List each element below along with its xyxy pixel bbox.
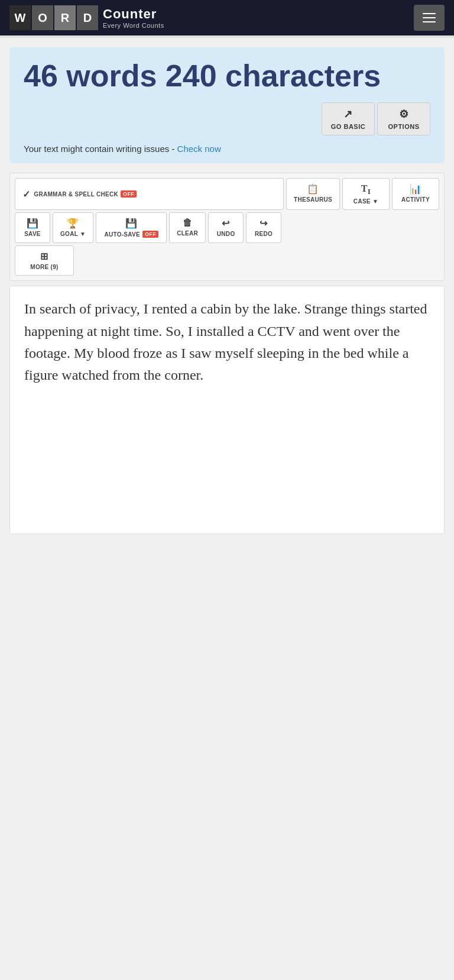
thesaurus-label: THESAURUS [294,196,332,203]
options-icon: ⚙ [399,108,409,121]
options-label: OPTIONS [388,123,419,130]
auto-save-label: AUTO-SAVE [104,231,140,238]
auto-save-icon: 💾 [125,218,137,229]
logo-tagline: Every Word Counts [103,22,164,29]
auto-save-badge: OFF [142,231,158,238]
header: W O R D Counter Every Word Counts [0,0,454,35]
text-content[interactable]: In search of privacy, I rented a cabin b… [24,298,430,386]
activity-label: ACTIVITY [401,196,430,203]
check-now-link[interactable]: Check now [177,144,221,154]
grammar-spell-badge: OFF [121,190,137,198]
save-label: SAVE [24,231,41,237]
header-divider [0,35,454,38]
redo-label: REDO [255,231,273,237]
logo-w: W [9,5,31,30]
goal-icon: 🏆 [67,218,79,229]
save-icon: 💾 [27,218,38,229]
auto-save-button[interactable]: 💾 AUTO-SAVE OFF [96,212,167,243]
thesaurus-icon: 📋 [307,183,319,195]
toolbar-row-2: 💾 SAVE 🏆 GOAL ▼ 💾 AUTO-SAVE OFF 🗑 CLEAR … [15,212,439,243]
logo-letters: W O R D [9,5,98,30]
more-label: MORE (9) [30,264,58,270]
logo-text: Counter Every Word Counts [103,7,164,29]
undo-icon: ↩ [222,218,229,229]
auto-save-label-row: AUTO-SAVE OFF [104,231,158,238]
save-button[interactable]: 💾 SAVE [15,212,50,243]
logo-o: O [32,5,53,30]
undo-button[interactable]: ↩ UNDO [208,212,244,243]
case-label: CASE ▼ [354,198,378,205]
redo-button[interactable]: ↪ REDO [246,212,281,243]
go-basic-button[interactable]: ↗ GO BASIC [322,102,375,135]
clear-label: CLEAR [177,230,198,237]
go-basic-label: GO BASIC [331,123,365,130]
more-icon: ⊞ [40,251,48,262]
toolbar-row-1: ✓ GRAMMAR & SPELL CHECK OFF 📋 THESAURUS … [15,178,439,210]
logo-r: R [54,5,76,30]
go-basic-icon: ↗ [343,108,353,121]
goal-button[interactable]: 🏆 GOAL ▼ [53,212,93,243]
grammar-spell-label: GRAMMAR & SPELL CHECK [34,191,118,198]
stats-count: 46 words 240 characters [24,59,430,93]
hamburger-line-2 [423,17,436,18]
grammar-spell-button[interactable]: ✓ GRAMMAR & SPELL CHECK OFF [15,178,284,210]
hamburger-button[interactable] [414,5,445,31]
stats-actions: ↗ GO BASIC ⚙ OPTIONS [24,102,430,135]
hamburger-line-3 [423,21,436,22]
logo: W O R D Counter Every Word Counts [9,5,164,30]
goal-label: GOAL ▼ [60,231,86,237]
activity-button[interactable]: 📊 ACTIVITY [392,178,439,210]
writing-issues-label: Your text might contain writing issues - [24,144,177,154]
grammar-spell-label-row: GRAMMAR & SPELL CHECK OFF [34,190,137,198]
thesaurus-button[interactable]: 📋 THESAURUS [286,178,340,210]
toolbar-row-3: ⊞ MORE (9) [15,245,439,276]
text-area-container[interactable]: In search of privacy, I rented a cabin b… [9,286,445,534]
undo-label: UNDO [217,231,235,237]
toolbar: ✓ GRAMMAR & SPELL CHECK OFF 📋 THESAURUS … [9,173,445,281]
logo-counter-label: Counter [103,7,164,22]
redo-icon: ↪ [260,218,267,229]
stats-panel: 46 words 240 characters ↗ GO BASIC ⚙ OPT… [9,47,445,163]
case-icon: TI [361,183,371,196]
grammar-spell-icon: ✓ [22,189,30,200]
clear-icon: 🗑 [183,218,192,228]
writing-issues-text: Your text might contain writing issues -… [24,144,430,154]
more-button[interactable]: ⊞ MORE (9) [15,245,74,276]
case-button[interactable]: TI CASE ▼ [342,178,390,210]
options-button[interactable]: ⚙ OPTIONS [377,102,430,135]
hamburger-line-1 [423,13,436,14]
activity-icon: 📊 [410,183,421,195]
logo-d: D [77,5,98,30]
clear-button[interactable]: 🗑 CLEAR [169,212,206,243]
